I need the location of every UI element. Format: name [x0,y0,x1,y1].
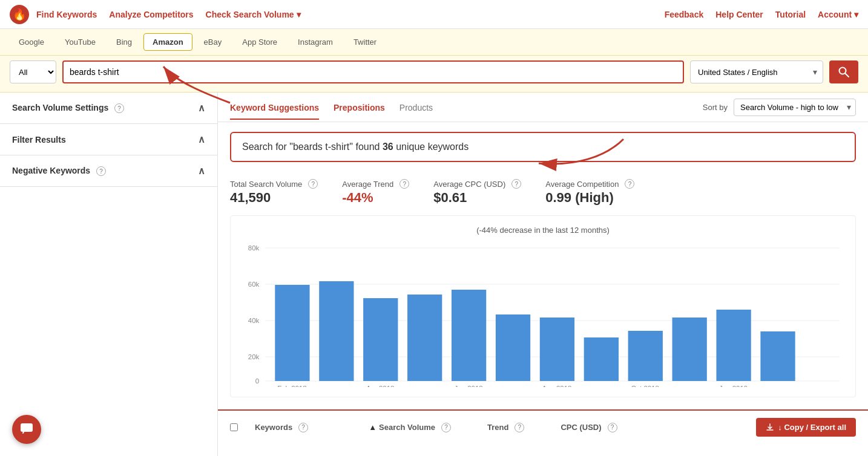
svg-text:0: 0 [255,377,259,385]
nav-analyze-competitors[interactable]: Analyze Competitors [109,10,193,19]
chevron-up-icon-search-volume: ∧ [198,102,205,114]
results-suffix: unique keywords [393,142,469,152]
svg-rect-19 [21,423,33,432]
search-input-wrapper [62,60,684,83]
nav-right-links: Feedback Help Center Tutorial Account ▾ [665,10,858,19]
nav-feedback[interactable]: Feedback [665,10,704,19]
sidebar-header-filter[interactable]: Filter Results ∧ [0,124,217,155]
bar-7 [584,337,619,381]
chart-container: (-44% decrease in the last 12 months) 80… [230,215,856,397]
tab-app-store[interactable]: App Store [233,33,286,51]
help-icon-competition[interactable]: ? [625,179,634,189]
col-header-keywords: Keywords ? [255,423,308,432]
stat-value-average-trend: -44% [342,190,409,206]
download-icon [766,423,774,432]
help-icon-total-volume[interactable]: ? [308,179,318,189]
logo-icon: 🔥 [13,8,26,21]
bar-10 [716,310,751,381]
sort-by-label: Sort by [703,103,728,112]
stat-label-total-search-volume: Total Search Volume ? [230,179,318,189]
help-icon-trend-col[interactable]: ? [515,423,524,432]
sort-arrow-icon: ▲ [369,423,376,432]
tab-ebay[interactable]: eBay [195,33,231,51]
chat-bubble-button[interactable] [12,415,41,444]
sidebar-label-negative-keywords: Negative Keywords ? [12,166,106,177]
nav-check-search-volume[interactable]: Check Search Volume ▾ [206,10,301,19]
stat-label-average-trend: Average Trend ? [342,179,409,189]
help-icon-trend[interactable]: ? [399,179,409,189]
bar-8 [628,331,663,381]
sidebar-section-negative-keywords: Negative Keywords ? ∧ [0,155,217,187]
sidebar-label-filter: Filter Results [12,135,66,145]
svg-text:Oct 2018: Oct 2018 [631,385,659,387]
locale-select-wrapper: United States / English United Kingdom /… [690,60,823,83]
svg-line-1 [846,74,849,77]
tab-youtube[interactable]: YouTube [56,33,105,51]
table-footer: Keywords ? ▲ Search Volume ? Trend ? CPC… [218,409,868,444]
stat-label-average-competition: Average Competition ? [545,179,634,189]
search-bar: All Exact Broad United States / English … [0,56,868,93]
chevron-up-icon-filter: ∧ [198,134,205,145]
svg-text:Jun 2018: Jun 2018 [455,385,483,387]
stat-total-search-volume: Total Search Volume ? 41,590 [230,179,318,206]
tab-instagram[interactable]: Instagram [289,33,342,51]
tab-keyword-suggestions[interactable]: Keyword Suggestions [230,94,319,120]
nav-account[interactable]: Account ▾ [818,10,858,19]
results-header: Search for "beards t-shirt" found 36 uni… [230,132,856,162]
stat-label-average-cpc: Average CPC (USD) ? [433,179,521,189]
tab-amazon[interactable]: Amazon [143,33,192,51]
bar-1 [319,281,353,381]
sidebar-header-negative-keywords[interactable]: Negative Keywords ? ∧ [0,155,217,186]
bar-3 [407,295,442,381]
sidebar-header-search-volume[interactable]: Search Volume Settings ? ∧ [0,93,217,123]
select-all-checkbox[interactable] [230,423,238,431]
tab-bing[interactable]: Bing [107,33,141,51]
stat-average-cpc: Average CPC (USD) ? $0.61 [433,179,521,206]
sort-select-wrapper: Search Volume - high to low Search Volum… [734,99,856,116]
tab-prepositions[interactable]: Prepositions [334,94,385,120]
top-navigation: 🔥 Find Keywords Analyze Competitors Chec… [0,0,868,29]
chat-icon [19,422,34,437]
nav-tutorial[interactable]: Tutorial [775,10,806,19]
results-count: 36 [383,142,393,152]
help-icon-cpc[interactable]: ? [511,179,521,189]
tab-google[interactable]: Google [10,33,53,51]
tab-twitter[interactable]: Twitter [344,33,386,51]
search-type-select[interactable]: All Exact Broad [10,60,56,83]
copy-export-button[interactable]: ↓ Copy / Export all [756,418,856,437]
svg-text:40k: 40k [248,317,260,324]
chart-svg: 80k 60k 40k 20k 0 [240,242,846,387]
help-icon-search-volume[interactable]: ? [114,103,124,113]
stat-average-competition: Average Competition ? 0.99 (High) [545,179,634,206]
svg-text:20k: 20k [248,353,260,360]
stat-average-trend: Average Trend ? -44% [342,179,409,206]
svg-text:Aug 2018: Aug 2018 [542,385,571,387]
help-icon-negative-keywords[interactable]: ? [96,166,106,176]
help-icon-search-volume-col[interactable]: ? [441,423,451,432]
search-button[interactable] [829,60,858,83]
content-area: Keyword Suggestions Prepositions Product… [218,93,868,456]
logo[interactable]: 🔥 [10,5,29,24]
stats-row: Total Search Volume ? 41,590 Average Tre… [218,172,868,215]
nav-find-keywords[interactable]: Find Keywords [36,10,97,19]
svg-text:80k: 80k [248,244,260,252]
nav-help-center[interactable]: Help Center [715,10,763,19]
tab-products[interactable]: Products [399,94,433,120]
help-icon-keywords-col[interactable]: ? [298,423,308,432]
stat-value-average-cpc: $0.61 [433,190,521,206]
sort-select[interactable]: Search Volume - high to low Search Volum… [734,99,856,116]
bar-2 [363,298,398,381]
svg-text:Feb 2018: Feb 2018 [277,385,306,387]
bar-0 [275,285,309,381]
col-header-search-volume: ▲ Search Volume ? [369,423,451,432]
help-icon-cpc-col[interactable]: ? [608,423,617,432]
locale-select[interactable]: United States / English United Kingdom /… [690,60,823,83]
chart-area: 80k 60k 40k 20k 0 [240,242,846,387]
results-prefix: Search for "beards t-shirt" found [242,142,383,152]
col-header-cpc: CPC (USD) ? [561,423,617,432]
svg-text:Apr 2018: Apr 2018 [366,385,394,387]
sidebar: Search Volume Settings ? ∧ Filter Result… [0,93,218,456]
stat-value-average-competition: 0.99 (High) [545,190,634,206]
source-tabs: Google YouTube Bing Amazon eBay App Stor… [0,29,868,56]
search-input[interactable] [70,67,677,77]
